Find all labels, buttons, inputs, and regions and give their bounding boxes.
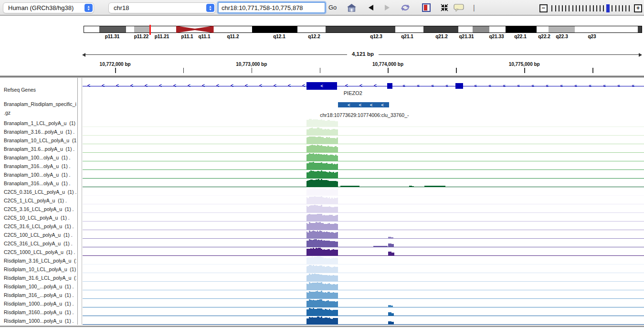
zoom-tick[interactable] — [565, 5, 566, 11]
zoom-tick[interactable] — [559, 5, 560, 11]
zoom-tick[interactable] — [590, 5, 591, 11]
track-label-junctions[interactable]: .gz — [4, 110, 76, 116]
track-label-coverage[interactable]: Risdiplam_3160...polyA_u (1) . — [4, 309, 76, 315]
coverage-track-row[interactable] — [83, 299, 644, 307]
zoom-tick[interactable] — [600, 5, 601, 11]
track-label-coverage[interactable]: Risdiplam_1000...polyA_u (1) . — [4, 318, 76, 324]
go-button[interactable]: Go — [328, 4, 337, 11]
zoom-tick[interactable] — [603, 5, 604, 11]
zoom-slider-thumb[interactable] — [606, 4, 610, 12]
track-label-coverage[interactable]: C2C5_1000_LCL_polyA_u (1) . — [4, 249, 76, 255]
track-label-coverage[interactable]: Branaplam_316...olyA_u (1) . — [4, 180, 76, 186]
refseq-gene-track[interactable]: <<<<<<<<<<<<<<<<<<<««««««««««««««««<PIEZ… — [83, 78, 644, 98]
strand-chevron-icon: « — [517, 84, 520, 88]
zoom-tick[interactable] — [586, 5, 587, 11]
zoom-tick[interactable] — [562, 5, 563, 11]
coverage-track-row[interactable] — [83, 136, 644, 144]
coverage-track-row[interactable] — [83, 204, 644, 213]
track-label-coverage[interactable]: Branaplam_31.6...polyA_u (1) . — [4, 146, 76, 152]
zoom-tick[interactable] — [555, 5, 556, 11]
coverage-track-row[interactable] — [83, 144, 644, 153]
track-label-coverage[interactable]: Risdiplam_1000...polyA_u (1) . — [4, 301, 76, 307]
coverage-track-row[interactable] — [83, 256, 644, 265]
coverage-track-row[interactable] — [83, 127, 644, 136]
zoom-tick[interactable] — [576, 5, 577, 11]
coverage-track-row[interactable] — [83, 290, 644, 299]
track-label-coverage[interactable]: Risdiplam_10_LCL_polyA_u (1) . — [4, 266, 76, 272]
track-label-coverage[interactable]: Branaplam_1_LCL_polyA_u (1) . — [4, 120, 76, 126]
coverage-track-row[interactable] — [83, 118, 644, 127]
forward-arrow-icon[interactable] — [382, 3, 392, 12]
coverage-track-row[interactable] — [83, 179, 644, 187]
zoom-tick[interactable] — [615, 5, 616, 11]
comment-bubble-icon[interactable] — [454, 3, 464, 12]
zoom-in-button[interactable]: + — [634, 4, 642, 12]
zoom-tick[interactable] — [625, 5, 626, 11]
track-label-coverage[interactable]: Branaplam_10_LCL_polyA_u (1) — [4, 138, 76, 143]
coverage-track-row[interactable] — [83, 222, 644, 230]
zoom-tick[interactable] — [569, 5, 570, 11]
track-label-coverage[interactable]: Branaplam_100...olyA_u (1) . — [4, 172, 76, 178]
zoom-tick[interactable] — [551, 5, 552, 11]
fit-to-window-icon[interactable] — [439, 3, 450, 12]
track-label-coverage[interactable]: C2C5_0.316_LCL_polyA_u (1) . — [4, 189, 76, 195]
track-label-coverage[interactable]: C2C5_316_LCL_polyA_u (1) . — [4, 241, 76, 246]
zoom-tick-strip[interactable] — [550, 4, 631, 12]
coverage-track-row[interactable] — [83, 213, 644, 222]
zoom-tick[interactable] — [622, 5, 623, 11]
home-icon[interactable] — [346, 3, 357, 12]
track-label-coverage[interactable]: Branaplam_3.16...polyA_u (1) . — [4, 129, 76, 135]
coverage-track-row[interactable] — [83, 265, 644, 273]
track-label-coverage[interactable]: Risdiplam_316_...polyA_u (1) . — [4, 292, 76, 298]
zoom-tick[interactable] — [596, 5, 597, 11]
junction-track[interactable]: <<<<chr18:10773629:10774006:clu_33760_- — [83, 98, 644, 118]
track-label-coverage[interactable]: Branaplam_100...olyA_u (1) . — [4, 155, 76, 160]
track-label-coverage[interactable]: C2C5_3.16_LCL_polyA_u (1) . — [4, 206, 76, 212]
coverage-track-row[interactable] — [83, 153, 644, 161]
zoom-tick[interactable] — [579, 5, 580, 11]
coverage-track-row[interactable] — [83, 187, 644, 196]
zoom-tick[interactable] — [629, 5, 630, 11]
genome-select[interactable]: Human (GRCh38/hg38) ▲▼ — [3, 2, 94, 13]
region-navigator-icon[interactable] — [421, 3, 432, 12]
track-label-coverage[interactable]: Branaplam_316...olyA_u (1) . — [4, 163, 76, 169]
zoom-tick[interactable] — [619, 5, 620, 11]
gene-exon[interactable] — [455, 83, 463, 89]
gene-exon[interactable] — [387, 83, 392, 89]
genome-select-value: Human (GRCh38/hg38) — [8, 4, 74, 11]
back-arrow-icon[interactable] — [366, 3, 376, 12]
coverage-track-row[interactable] — [83, 307, 644, 316]
coverage-track-row[interactable] — [83, 273, 644, 282]
coverage-track-row[interactable] — [83, 170, 644, 179]
coverage-track-row[interactable] — [83, 239, 644, 247]
track-name-sidebar: Refseq GenesBranaplam_Risdiplam_specific… — [0, 78, 78, 325]
zoom-tick[interactable] — [582, 5, 583, 11]
chromosome-select[interactable]: chr18 ▲▼ — [108, 2, 216, 13]
refresh-icon[interactable] — [400, 3, 411, 12]
track-label-coverage[interactable]: C2C5_100_LCL_polyA_u (1) . — [4, 232, 76, 238]
bottom-separator-line[interactable] — [0, 326, 644, 327]
track-label-coverage[interactable]: C2C5_1_LCL_polyA_u (1) . — [4, 198, 76, 203]
zoom-tick[interactable] — [593, 5, 594, 11]
coverage-track-row[interactable] — [83, 282, 644, 290]
ruler-tick — [183, 68, 184, 73]
zoom-tick[interactable] — [572, 5, 573, 11]
locus-input[interactable]: chr18:10,771,758-10,775,878 — [218, 2, 326, 13]
track-data-panel[interactable]: <<<<<<<<<<<<<<<<<<<««««««««««««««««<PIEZ… — [82, 78, 644, 325]
coverage-track-row[interactable] — [83, 247, 644, 256]
track-label-coverage[interactable]: C2C5_10_LCL_polyA_u (1) . — [4, 215, 76, 221]
track-label-refseq-genes[interactable]: Refseq Genes — [4, 87, 76, 93]
track-label-coverage[interactable]: Risdiplam_100_...polyA_u (1) . — [4, 284, 76, 289]
track-label-coverage[interactable]: C2C5_31.6_LCL_polyA_u (1) . — [4, 223, 76, 229]
coverage-track-row[interactable] — [83, 161, 644, 170]
track-label-coverage[interactable]: Risdiplam_3.16_LCL_polyA_u (1 — [4, 258, 76, 264]
band-label: q22.3 — [556, 34, 568, 39]
track-label-coverage[interactable]: Risdiplam_31.6_LCL_polyA_u (1 — [4, 275, 76, 281]
zoom-tick[interactable] — [612, 5, 612, 11]
chromosome-ideogram[interactable] — [84, 26, 642, 33]
coverage-track-row[interactable] — [83, 196, 644, 204]
coverage-track-row[interactable] — [83, 230, 644, 239]
zoom-out-button[interactable]: − — [539, 4, 548, 12]
coverage-track-row[interactable] — [83, 316, 644, 325]
track-label-junctions[interactable]: Branaplam_Risdiplam_specific_int — [4, 101, 76, 107]
